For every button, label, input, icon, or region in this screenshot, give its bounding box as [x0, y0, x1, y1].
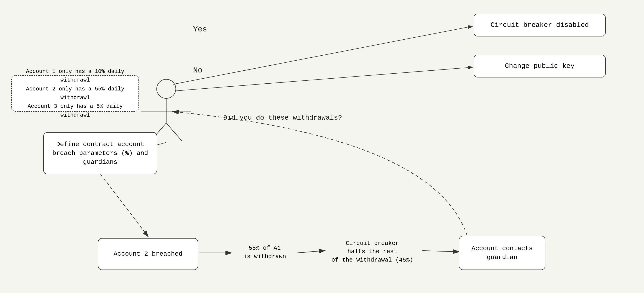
node-account-info: Account 1 only has a 10% daily withdrawl…	[12, 75, 139, 112]
stickfigure-leg-right	[166, 123, 182, 141]
node-account-2-breached: Account 2 breached	[98, 238, 198, 270]
stickfigure-head	[157, 79, 176, 98]
node-withdrawn: 55% of A1is withdrawn	[231, 239, 298, 265]
arrow-no	[172, 67, 472, 91]
arrow-yes	[173, 26, 472, 84]
node-account-2-breached-label: Account 2 breached	[114, 249, 182, 258]
node-define-contract-label: Define contract account breach parameter…	[49, 140, 151, 167]
node-change-public-key-label: Change public key	[505, 61, 574, 71]
node-withdrawn-label: 55% of A1is withdrawn	[244, 244, 286, 261]
node-circuit-breaker-halts: Circuit breakerhalts the restof the with…	[324, 233, 420, 270]
node-account-info-label: Account 1 only has a 10% daily withdrawl…	[17, 67, 133, 120]
node-account-contacts-guardian-label: Account contactsguardian	[472, 244, 533, 262]
node-change-public-key: Change public key	[474, 55, 606, 78]
node-circuit-breaker-disabled: Circuit breaker disabled	[474, 14, 606, 37]
arrow-did-you	[173, 112, 467, 235]
label-no: No	[193, 66, 202, 75]
arrow-dashed-to-breached	[100, 174, 148, 236]
node-circuit-breaker-halts-label: Circuit breakerhalts the restof the with…	[332, 239, 413, 264]
node-circuit-breaker-disabled-label: Circuit breaker disabled	[490, 20, 589, 30]
arrow-halts-to-guardian	[422, 251, 459, 252]
label-did-you: Did you do these withdrawals?	[223, 114, 342, 122]
arrow-withdrawn-to-halts	[297, 251, 324, 253]
label-yes: Yes	[193, 25, 207, 34]
node-define-contract: Define contract account breach parameter…	[43, 132, 157, 174]
diagram-container: Circuit breaker disabled Change public k…	[0, 0, 644, 293]
node-account-contacts-guardian: Account contactsguardian	[459, 236, 546, 270]
